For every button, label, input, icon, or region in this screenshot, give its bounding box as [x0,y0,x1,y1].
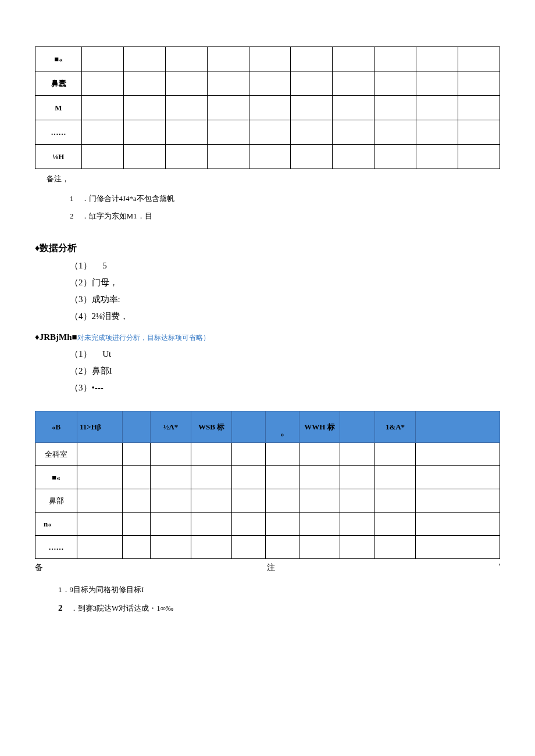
table-row: 鼻部 [35,489,500,513]
table-2: «B 11>Hβ ½Λ* WSB 标 » WWH 标 1&A* 全科室 ■« 鼻… [35,411,500,559]
col-header [123,411,151,443]
footer-note-2-text: ．到赛3院达W对话达成・1∞‰ [63,604,174,612]
row-label: …… [35,120,82,145]
table-row: n« [35,513,500,536]
table-row: M [35,96,500,120]
list-item: （2）鼻部I [70,366,535,377]
table-row: 鼻蠹 [35,71,500,96]
section-title: ♦JRBjMh■ [35,332,77,342]
remark-mid: 注 [267,562,275,573]
table-row: …… [35,120,500,145]
col-header [416,411,500,443]
section-data-analysis: ♦数据分析 [35,242,535,255]
table-row: 全科室 [35,443,500,466]
row-label: 鼻部 [35,489,77,513]
list-item: （1） 5 [70,260,535,271]
row-label: ■« [35,47,82,71]
row-label: 全科室 [35,443,77,466]
footer-note-1: 1．9目标为同格初修目标I [58,585,535,595]
col-header: «B [35,411,77,443]
remark-left: 备 [35,562,43,573]
row-label: ■« [35,466,77,489]
remark-right: ' [498,562,500,573]
table-row: ⅛H [35,145,500,169]
col-header: WSB 标 [191,411,232,443]
col-header: 1&A* [375,411,416,443]
jrbjmh-list: （1） Ut （2）鼻部I （3）•--- [70,349,535,393]
list-item: （3）•--- [70,382,535,393]
col-header [232,411,266,443]
notes-heading: 备注， [47,174,535,184]
list-item: （2）门母， [70,277,535,288]
table-row: …… [35,536,500,559]
table-row: ■« [35,47,500,71]
col-header: » [266,411,299,443]
row-label: n« [35,513,77,536]
list-item: （4）2⅛泪费， [70,311,535,322]
footer-notes: 1．9目标为同格初修目标I 2 ．到赛3院达W对话达成・1∞‰ [58,585,535,614]
row-label: M [35,96,82,120]
note-item: 2 ．缸字为东如M1．目 [70,211,535,221]
col-header: ½Λ* [151,411,191,443]
note-item: 1 ．门修合计4J4*a不包含黛帆 [70,194,535,204]
row-label: …… [35,536,77,559]
section-subtitle: 对未完成项进行分析，目标达标项可省略） [77,334,210,342]
col-header: WWH 标 [299,411,340,443]
table-header-row: «B 11>Hβ ½Λ* WSB 标 » WWH 标 1&A* [35,411,500,443]
notes-list: 1 ．门修合计4J4*a不包含黛帆 2 ．缸字为东如M1．目 [70,194,535,221]
col-header: 11>Hβ [77,411,123,443]
list-item: （1） Ut [70,349,535,360]
data-analysis-list: （1） 5 （2）门母， （3）成功率: （4）2⅛泪费， [70,260,535,322]
row-label: ⅛H [35,145,82,169]
table-1: ■« 鼻蠹 M …… ⅛H [35,46,500,169]
table-row: ■« [35,466,500,489]
row-label: 鼻蠹 [35,71,82,96]
footer-note-2-num: 2 [58,603,63,612]
list-item: （3）成功率: [70,294,535,305]
col-header [340,411,375,443]
section-jrbjmh: ♦JRBjMh■对未完成项进行分析，目标达标项可省略） [35,332,535,343]
footer-note-2: 2 ．到赛3院达W对话达成・1∞‰ [58,603,535,614]
remark-row: 备 注 ' [35,562,500,573]
